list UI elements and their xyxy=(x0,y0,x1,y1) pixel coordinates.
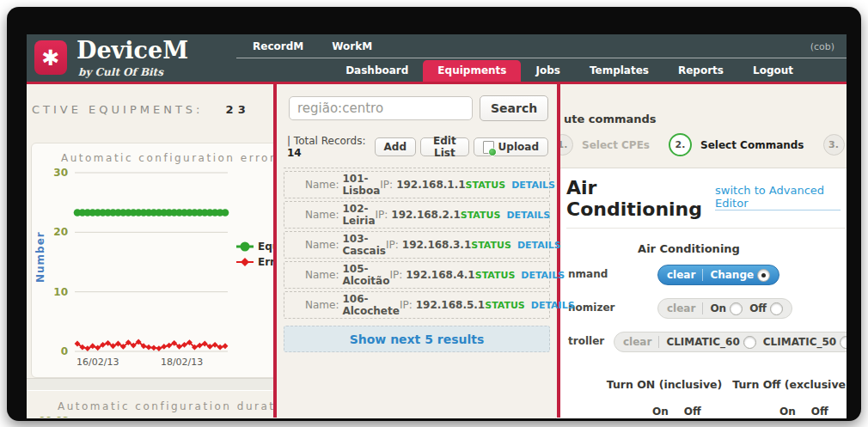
status-link[interactable]: STATUS xyxy=(485,300,525,311)
search-input[interactable] xyxy=(289,96,473,120)
status-link[interactable]: STATUS xyxy=(461,210,501,221)
on-label: On xyxy=(652,406,669,418)
status-link[interactable]: STATUS xyxy=(475,270,516,281)
off-label: Off xyxy=(684,406,701,418)
option-change-radio[interactable] xyxy=(757,269,770,282)
tab-jobs[interactable]: Jobs xyxy=(521,60,574,82)
nav-workm[interactable]: WorkM xyxy=(324,40,380,52)
clear-button[interactable]: clear xyxy=(667,302,695,314)
status-link[interactable]: STATUS xyxy=(466,180,506,191)
tab-equipments[interactable]: Equipments xyxy=(423,60,521,82)
option-climatic50-label: CLIMATIC_50 xyxy=(763,336,836,348)
record-ip: 192.168.1.1 xyxy=(396,179,465,191)
command-pill: clear Change xyxy=(657,265,779,285)
edit-list-button[interactable]: Edit List xyxy=(420,137,469,156)
show-next-results-button[interactable]: Show next 5 results xyxy=(284,326,550,352)
record-name: 106-Alcochete xyxy=(342,293,399,317)
svg-text:Number: Number xyxy=(34,231,46,283)
status-link[interactable]: STATUS xyxy=(471,240,511,251)
search-row: Search xyxy=(289,95,548,121)
record-row[interactable]: Name: 106-Alcochete IP: 192.168.5.1 STAT… xyxy=(284,291,550,319)
record-name: 105-Alcoitão xyxy=(342,263,389,287)
errors-chart-card: Automatic configuration error 010203016/… xyxy=(31,143,273,378)
economizer-pill: clear On Off xyxy=(657,298,792,319)
option-climatic60-radio[interactable] xyxy=(743,336,756,349)
clear-button[interactable]: clear xyxy=(623,336,651,348)
upload-button-label: Upload xyxy=(498,141,539,153)
record-row[interactable]: Name: 102-Leiria IP: 192.168.2.1 STATUS … xyxy=(284,201,550,229)
ip-label: IP: xyxy=(386,239,399,251)
details-link[interactable]: DETAILS xyxy=(511,180,555,191)
pill-divider xyxy=(702,302,703,314)
economizer-row: nomizer clear On Off xyxy=(566,296,846,322)
controller-row-label: troller xyxy=(568,335,604,347)
nav-recordm[interactable]: RecordM xyxy=(245,40,311,52)
svg-text:30: 30 xyxy=(53,167,68,179)
option-on-radio[interactable] xyxy=(730,302,743,315)
record-name: 102-Leiria xyxy=(342,203,375,227)
duration-chart-axis: 00:08 xyxy=(39,415,273,418)
option-climatic60-label: CLIMATIC_60 xyxy=(666,336,739,348)
card-subtitle: Air Conditioning xyxy=(566,242,811,255)
pill-divider xyxy=(658,336,659,348)
records-meta-row: | Total Records: 14 Add Edit List Upload xyxy=(287,135,548,159)
clear-button[interactable]: clear xyxy=(667,269,695,281)
record-ip: 192.168.5.1 xyxy=(416,299,485,311)
command-row-label: nmand xyxy=(568,268,608,280)
ip-label: IP: xyxy=(375,209,388,221)
svg-text:Errors: Errors xyxy=(258,256,273,268)
card-header: Air Conditioning switch to Advanced Edit… xyxy=(566,177,846,229)
economizer-row-label: nomizer xyxy=(568,302,614,314)
off-label: Off xyxy=(811,406,828,418)
tab-reports[interactable]: Reports xyxy=(663,60,738,82)
details-link[interactable]: DETAILS xyxy=(531,300,575,311)
advanced-editor-link[interactable]: switch to Advanced Editor xyxy=(715,184,840,210)
matrix-headers: Turn ON (inclusive) Turn Off (exclusive) xyxy=(566,378,846,393)
on-label: On xyxy=(779,406,796,418)
step-2-label: Select Commands xyxy=(700,139,804,151)
turn-on-header: Turn ON (inclusive) xyxy=(604,378,724,391)
execute-commands-title: ute commands xyxy=(564,113,657,125)
card-heading: Air Conditioning xyxy=(566,177,715,220)
app-window: ✱ DeviceM by Cult Of Bits RecordM WorkM … xyxy=(7,7,861,421)
record-ip: 192.168.4.1 xyxy=(406,269,474,281)
matrix-subheaders: On Off On Off xyxy=(566,406,846,418)
execute-commands-panel: ute commands 1. Select CPEs 2. Select Co… xyxy=(557,84,847,418)
step-3-circle[interactable]: 3. xyxy=(823,134,845,156)
air-conditioning-card: Air Conditioning switch to Advanced Edit… xyxy=(555,168,847,418)
main-tabs: Dashboard Equipments Jobs Templates Repo… xyxy=(331,59,808,82)
add-button[interactable]: Add xyxy=(375,137,416,156)
svg-text:0: 0 xyxy=(61,345,68,357)
header: ✱ DeviceM by Cult Of Bits RecordM WorkM … xyxy=(27,34,847,82)
pill-divider xyxy=(702,269,703,281)
details-link[interactable]: DETAILS xyxy=(521,270,565,281)
asterisk-logo-icon: ✱ xyxy=(42,46,60,70)
record-row[interactable]: Name: 101-Lisboa IP: 192.168.1.1 STATUS … xyxy=(284,171,550,198)
total-records-label: | Total Records: xyxy=(287,135,365,147)
details-link[interactable]: DETAILS xyxy=(506,210,550,221)
equipments-search-panel: Search | Total Records: 14 Add Edit List xyxy=(273,84,560,418)
option-off-radio[interactable] xyxy=(770,302,783,315)
ip-label: IP: xyxy=(400,299,413,311)
record-row[interactable]: Name: 103-Cascais IP: 192.168.3.1 STATUS… xyxy=(284,231,550,259)
dashboard-panel: CTIVE EQUIPMENTS: 23 Automatic configura… xyxy=(27,84,273,418)
active-equipments-label: CTIVE EQUIPMENTS: xyxy=(32,103,203,116)
details-link[interactable]: DETAILS xyxy=(517,240,561,251)
upload-button[interactable]: Upload xyxy=(474,137,548,156)
option-climatic50-radio[interactable] xyxy=(840,336,847,349)
tab-templates[interactable]: Templates xyxy=(575,60,663,82)
tab-dashboard[interactable]: Dashboard xyxy=(331,60,423,82)
name-label: Name: xyxy=(305,239,339,251)
record-row[interactable]: Name: 105-Alcoitão IP: 192.168.4.1 STATU… xyxy=(284,261,550,289)
option-off-label: Off xyxy=(749,302,767,314)
app-logo[interactable]: ✱ xyxy=(34,40,67,75)
command-row: nmand clear Change xyxy=(566,262,846,289)
turn-off-header: Turn Off (exclusive) xyxy=(731,378,847,391)
search-button[interactable]: Search xyxy=(480,95,548,121)
svg-text:Equip: Equip xyxy=(258,241,273,253)
step-2-circle[interactable]: 2. xyxy=(669,133,692,156)
name-label: Name: xyxy=(305,299,339,311)
tab-logout[interactable]: Logout xyxy=(738,60,808,82)
option-change-label: Change xyxy=(710,269,754,281)
app-tagline: by Cult Of Bits xyxy=(78,66,163,78)
